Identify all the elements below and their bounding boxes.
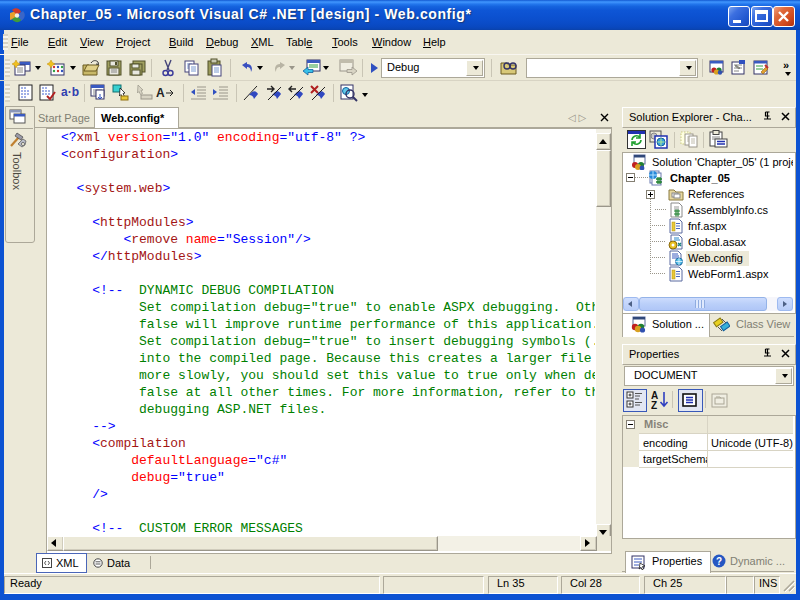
svg-text:?: ? (716, 556, 722, 567)
svg-text:Z: Z (651, 400, 657, 410)
svg-text:A: A (156, 86, 165, 100)
